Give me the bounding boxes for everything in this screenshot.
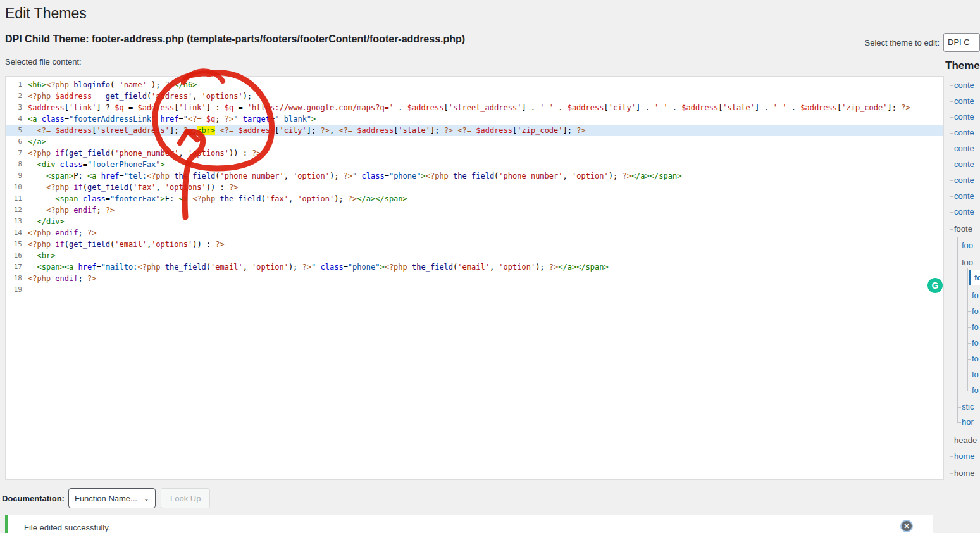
code-line[interactable]: 10 <?php if(get_field('fax', 'options'))… xyxy=(6,182,943,193)
tree-connector xyxy=(967,311,971,312)
tree-item-file[interactable]: foo xyxy=(962,239,973,252)
code-line[interactable]: 9 <span>P: <a href="tel:<?php the_field(… xyxy=(6,170,943,182)
tree-item-file[interactable]: stic xyxy=(962,401,974,413)
tree-file-link[interactable]: hor xyxy=(962,417,974,427)
tree-item-file[interactable]: fo xyxy=(972,289,979,302)
tree-file-link[interactable]: fo xyxy=(972,370,979,379)
code-line[interactable]: 3$address['link'] ? $q = $address['link'… xyxy=(6,102,943,113)
select-theme-label: Select theme to edit: xyxy=(864,38,940,47)
code-text: <span>P: <a href="tel:<?php the_field('p… xyxy=(25,170,681,182)
code-text: <span><a href="mailto:<?php the_field('e… xyxy=(25,261,609,273)
code-line[interactable]: 11 <span class="footerFax">F: <a <?php t… xyxy=(6,193,943,204)
code-line[interactable]: 16 <br> xyxy=(6,250,943,261)
tree-file-link[interactable]: fo xyxy=(972,291,979,300)
code-line[interactable]: 18<?php endif; ?> xyxy=(6,273,943,284)
tree-connector xyxy=(950,196,953,197)
tree-item-file[interactable]: conte xyxy=(954,111,974,123)
tree-item-file[interactable]: conte xyxy=(954,142,974,155)
tree-item-file[interactable]: fo xyxy=(972,305,979,318)
code-line[interactable]: 12 <?php endif; ?> xyxy=(6,204,943,216)
tree-file-link[interactable]: fo xyxy=(972,354,979,363)
tree-item-file[interactable]: home xyxy=(954,450,975,463)
code-line[interactable]: 13 </div> xyxy=(6,216,943,227)
tree-connector xyxy=(950,165,953,165)
code-text: <span class="footerFax">F: <a <?php the_… xyxy=(25,193,407,204)
code-line[interactable]: 17 <span><a href="mailto:<?php the_field… xyxy=(6,261,943,273)
tree-file-link[interactable]: conte xyxy=(954,144,974,153)
tree-connector xyxy=(950,473,953,474)
tree-item-file[interactable]: conte xyxy=(954,158,974,171)
tree-connector xyxy=(967,359,971,360)
line-number: 14 xyxy=(6,227,25,239)
tree-item-folder: foo xyxy=(962,256,973,269)
dismiss-notice-icon[interactable]: ✕ xyxy=(902,521,912,531)
documentation-row: Documentation: Function Name... ⌄ Look U… xyxy=(2,488,210,508)
page-title: Edit Themes xyxy=(5,5,87,22)
tree-connector xyxy=(950,212,953,213)
tree-item-file[interactable]: fo xyxy=(972,321,979,334)
code-text: <?= $address['street_address']; ?>,<br> … xyxy=(25,125,586,136)
line-number: 19 xyxy=(6,284,25,296)
theme-select-dropdown[interactable]: DPI C xyxy=(943,33,980,52)
tree-file-link[interactable]: conte xyxy=(954,160,974,169)
tree-file-link[interactable]: fo xyxy=(972,306,979,316)
code-text: <div class="footerPhoneFax"> xyxy=(25,159,165,170)
line-number: 18 xyxy=(6,273,25,284)
line-number: 10 xyxy=(6,182,25,193)
tree-item-file[interactable]: hor xyxy=(962,416,974,429)
tree-file-link[interactable]: conte xyxy=(954,112,974,122)
tree-connector xyxy=(957,263,961,263)
code-text: <a class="footerAddressLink" href="<?= $… xyxy=(25,113,316,125)
code-line[interactable]: 2<?php $address = get_field('address', '… xyxy=(6,91,943,102)
tree-file-link[interactable]: conte xyxy=(954,191,974,201)
tree-connector xyxy=(950,101,953,102)
tree-item-file[interactable]: conte xyxy=(954,79,974,92)
documentation-label: Documentation: xyxy=(2,494,65,503)
grammarly-icon[interactable]: G xyxy=(927,278,943,293)
tree-item-file[interactable]: conte xyxy=(954,174,974,187)
code-line[interactable]: 7<?php if(get_field('phone_number', 'opt… xyxy=(6,147,943,159)
theme-select-group: Select theme to edit: DPI C xyxy=(864,33,980,52)
tree-item-file[interactable]: conte xyxy=(954,127,974,139)
tree-item-file[interactable]: conte xyxy=(954,206,974,218)
line-number: 5 xyxy=(6,125,25,136)
tree-connector xyxy=(957,422,961,423)
line-number: 17 xyxy=(6,261,25,273)
tree-connector xyxy=(950,133,953,134)
tree-connector xyxy=(950,229,953,230)
tree-connector xyxy=(950,456,953,457)
tree-file-link[interactable]: home xyxy=(954,451,975,461)
tree-file-link[interactable]: conte xyxy=(954,175,974,185)
function-name-select[interactable]: Function Name... ⌄ xyxy=(68,488,156,508)
tree-rail xyxy=(957,237,958,423)
tree-file-link[interactable]: fo xyxy=(972,338,979,348)
tree-file-link[interactable]: conte xyxy=(954,207,974,216)
code-text: <h6><?php bloginfo( 'name' ); ?></h6> xyxy=(25,79,197,91)
tree-item-file[interactable]: fo xyxy=(972,368,979,381)
lookup-button[interactable]: Look Up xyxy=(161,488,210,508)
code-line[interactable]: 1<h6><?php bloginfo( 'name' ); ?></h6> xyxy=(6,79,943,91)
tree-item-current-file[interactable]: fo xyxy=(969,270,980,285)
tree-file-link[interactable]: fo xyxy=(972,386,979,395)
tree-file-link[interactable]: fo xyxy=(972,322,979,332)
code-line[interactable]: 8 <div class="footerPhoneFax"> xyxy=(6,159,943,170)
code-line[interactable]: 6</a> xyxy=(6,136,943,147)
tree-item-file[interactable]: fo xyxy=(972,353,979,365)
tree-file-link[interactable]: conte xyxy=(954,128,974,137)
tree-rail xyxy=(967,268,968,391)
code-line[interactable]: 5 <?= $address['street_address']; ?>,<br… xyxy=(6,125,943,136)
tree-item-file[interactable]: fo xyxy=(972,337,979,349)
code-line[interactable]: 15<?php if(get_field('email','options'))… xyxy=(6,239,943,250)
tree-item-file[interactable]: conte xyxy=(954,95,974,108)
tree-item-file[interactable]: conte xyxy=(954,190,974,203)
tree-connector xyxy=(967,375,971,375)
code-line[interactable]: 14<?php endif; ?> xyxy=(6,227,943,239)
tree-file-link[interactable]: stic xyxy=(962,402,974,411)
tree-file-link[interactable]: conte xyxy=(954,80,974,90)
code-editor[interactable]: 1<h6><?php bloginfo( 'name' ); ?></h6>2<… xyxy=(5,76,944,480)
code-line[interactable]: 19 xyxy=(6,284,943,296)
tree-item-file[interactable]: fo xyxy=(972,384,979,397)
tree-file-link[interactable]: foo xyxy=(962,241,973,250)
tree-file-link[interactable]: conte xyxy=(954,96,974,106)
code-line[interactable]: 4<a class="footerAddressLink" href="<?= … xyxy=(6,113,943,125)
